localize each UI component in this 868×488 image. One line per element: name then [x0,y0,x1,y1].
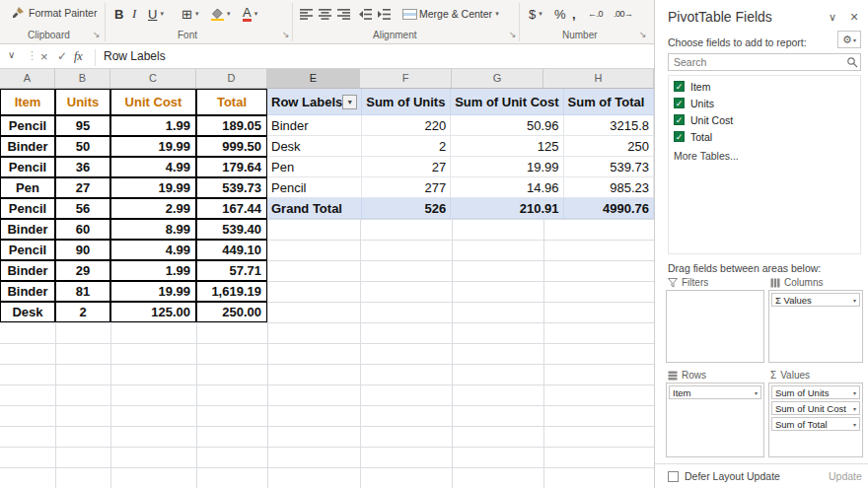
cell[interactable]: 999.50 [196,136,267,157]
align-right-button[interactable] [337,4,350,24]
column-header-H[interactable]: H [543,69,654,88]
field-pill[interactable]: Σ Values▾ [771,293,860,307]
field-pill[interactable]: Item▾ [669,385,761,399]
cell[interactable]: Binder [0,219,55,240]
field-pill[interactable]: Sum of Total▾ [771,417,860,431]
cell[interactable]: 449.10 [196,240,267,260]
field-checkbox[interactable]: ✓ [674,81,685,92]
field-checkbox[interactable]: ✓ [674,131,685,142]
cell[interactable]: 2.99 [110,198,196,219]
cell[interactable]: 19.99 [110,177,196,198]
data-table-header[interactable]: Item [0,89,55,115]
cell[interactable]: 19.99 [110,136,196,157]
cancel-button[interactable]: × [40,49,48,64]
chevron-down-icon[interactable]: ▾ [853,389,856,396]
pane-options-chevron-icon[interactable]: ∨ [829,11,836,24]
cell[interactable]: Pen [0,177,55,198]
pivot-header-cell[interactable]: Row Labels▼ [267,89,362,115]
rows-area-box[interactable]: Item▾ [666,383,764,457]
formula-content[interactable]: Row Labels [104,49,166,63]
font-dialog-launcher[interactable]: ↘ [282,30,290,39]
cell[interactable]: 8.99 [110,219,196,240]
enter-button[interactable]: ✓ [57,49,67,63]
cell[interactable]: 189.05 [196,115,267,136]
comma-style-button[interactable]: , [572,4,576,24]
field-item-total[interactable]: ✓Total [674,130,860,143]
align-left-button[interactable] [300,4,313,24]
merge-center-button[interactable]: Merge & Center ▾ [402,4,499,24]
decrease-decimal-button[interactable]: .00→ [614,4,633,24]
pivot-cell[interactable]: Binder [267,115,362,136]
field-pill[interactable]: Sum of Unit Cost▾ [771,401,860,415]
font-color-button[interactable]: A ▾ [243,4,257,24]
values-area-box[interactable]: Sum of Units▾Sum of Unit Cost▾Sum of Tot… [768,383,863,457]
chevron-down-icon[interactable]: ▾ [755,389,758,396]
alignment-dialog-launcher[interactable]: ↘ [509,30,517,39]
field-checkbox[interactable]: ✓ [674,114,685,125]
pivot-cell[interactable]: 125 [451,136,563,157]
cell[interactable]: Binder [0,136,55,157]
pivot-cell[interactable]: Desk [267,136,362,157]
cell[interactable]: Pencil [0,240,55,260]
data-table-header[interactable]: Units [55,89,110,115]
cell[interactable]: Binder [0,260,55,281]
sheet[interactable]: ItemUnitsUnit CostTotalPencil951.99189.0… [0,89,654,488]
align-center-button[interactable] [319,4,331,24]
defer-layout-checkbox[interactable] [668,471,679,482]
cell[interactable]: 29 [55,260,110,281]
row-labels-filter-button[interactable]: ▼ [342,95,357,109]
increase-indent-button[interactable] [378,4,391,24]
name-box-dropdown[interactable]: ∨ [8,49,15,60]
pivot-cell[interactable]: 27 [362,157,451,177]
cell[interactable]: Binder [0,281,55,302]
increase-decimal-button[interactable]: ←.0 [588,4,603,24]
chevron-down-icon[interactable]: ▾ [853,405,856,412]
underline-button[interactable]: U ▾ [148,4,164,24]
cell[interactable]: Pencil [0,115,55,136]
search-input[interactable] [668,53,861,71]
cell[interactable]: Desk [0,302,55,322]
column-header-C[interactable]: C [110,69,196,88]
cell[interactable]: 60 [55,219,110,240]
cell[interactable]: 1.99 [110,115,196,136]
pivot-cell[interactable]: 210.91 [451,198,563,219]
clipboard-dialog-launcher[interactable]: ↘ [93,30,101,39]
tools-gear-button[interactable]: ⚙ ▾ [837,31,861,48]
pivot-cell[interactable]: 19.99 [451,157,563,177]
chevron-down-icon[interactable]: ▾ [853,421,856,428]
pivot-cell[interactable]: 3215.8 [564,115,654,136]
format-painter-button[interactable]: Format Painter [12,6,97,19]
insert-function-button[interactable]: fx [74,49,83,64]
columns-area-box[interactable]: Σ Values▾ [768,290,863,363]
pivot-header-cell[interactable]: Sum of Units [362,89,451,115]
pane-close-icon[interactable]: × [850,9,858,25]
pivot-cell[interactable]: 4990.76 [564,198,654,219]
cell[interactable]: 1,619.19 [196,281,267,302]
cell[interactable]: 81 [55,281,110,302]
column-header-E[interactable]: E [267,69,360,88]
cell[interactable]: 50 [55,136,110,157]
cell[interactable]: 179.64 [196,157,267,177]
cell[interactable]: 4.99 [110,157,196,177]
column-header-G[interactable]: G [452,69,543,88]
update-button[interactable]: Update [829,470,862,482]
pivot-cell[interactable]: 220 [362,115,451,136]
cell[interactable]: Pencil [0,198,55,219]
more-tables-link[interactable]: More Tables... [674,150,860,162]
pivot-cell[interactable]: Grand Total [267,198,362,219]
cell[interactable]: 250.00 [196,302,267,322]
pivot-cell[interactable]: 2 [362,136,451,157]
filters-area-box[interactable] [666,290,764,363]
cell[interactable]: 19.99 [110,281,196,302]
cell[interactable]: 539.40 [196,219,267,240]
field-checkbox[interactable]: ✓ [674,98,685,108]
decrease-indent-button[interactable] [359,4,372,24]
field-item-item[interactable]: ✓Item [674,80,860,93]
pivot-cell[interactable]: 277 [362,177,451,198]
field-item-unit-cost[interactable]: ✓Unit Cost [674,113,860,126]
cell[interactable]: 1.99 [110,260,196,281]
cell[interactable]: 125.00 [110,302,196,322]
cell[interactable]: 57.71 [196,260,267,281]
borders-button[interactable]: ⊞ ▾ [181,4,198,24]
cell[interactable]: 27 [55,177,110,198]
